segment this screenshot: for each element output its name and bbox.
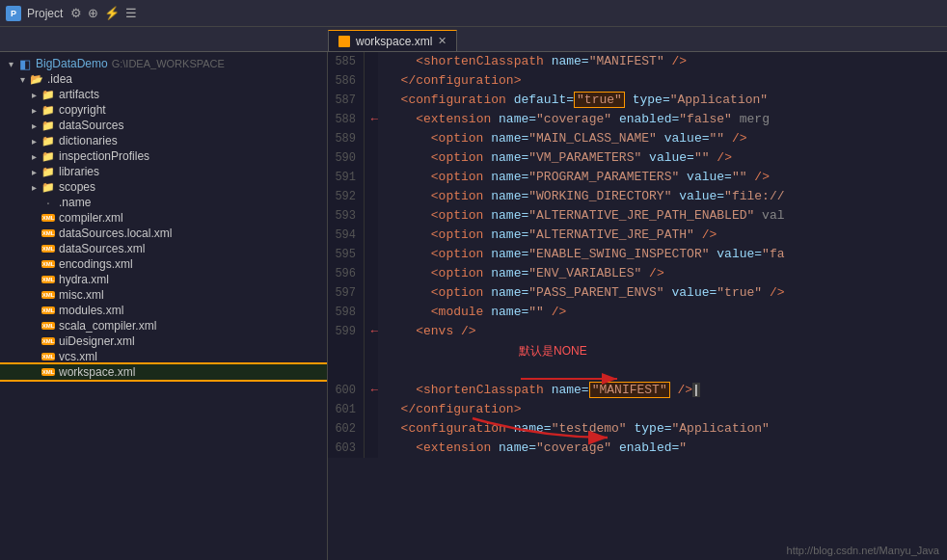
code-line-593: 593 <option name="ALTERNATIVE_JRE_PATH_E… bbox=[328, 206, 947, 226]
idea-arrow bbox=[15, 74, 29, 85]
line-num-592: 592 bbox=[328, 187, 365, 206]
tree-item-scopes[interactable]: scopes bbox=[0, 179, 327, 195]
line-num-600: 600 bbox=[328, 381, 365, 400]
root-icon: ◧ bbox=[17, 57, 33, 70]
tree-item-artifacts[interactable]: artifacts bbox=[0, 87, 327, 102]
tree-item-inspectionprofiles[interactable]: inspectionProfiles bbox=[0, 148, 327, 164]
line-gutter-588: ← bbox=[365, 110, 378, 129]
tree-item-libraries[interactable]: libraries bbox=[0, 164, 327, 179]
line-content-587: <configuration default="true" type="Appl… bbox=[378, 91, 768, 110]
dictionaries-arrow bbox=[27, 136, 41, 147]
code-line-586: 586 </configuration> bbox=[328, 71, 947, 91]
line-content-589: <option name="MAIN_CLASS_NAME" value="" … bbox=[378, 129, 747, 148]
inspectionprofiles-label: inspectionProfiles bbox=[59, 149, 149, 163]
code-line-589: 589 <option name="MAIN_CLASS_NAME" value… bbox=[328, 129, 947, 148]
code-line-594: 594 <option name="ALTERNATIVE_JRE_PATH" … bbox=[328, 226, 947, 245]
tree-item-hydra[interactable]: hydra.xml bbox=[0, 272, 327, 287]
dotname-icon: · bbox=[41, 196, 56, 209]
line-gutter-597 bbox=[365, 283, 378, 303]
tree-item-workspace[interactable]: workspace.xml bbox=[0, 364, 327, 380]
main-content: ◧ BigDataDemo G:\IDEA_WORKSPACE .idea ar… bbox=[0, 52, 947, 560]
line-num-593: 593 bbox=[328, 206, 365, 226]
tree-item-uidesigner[interactable]: uiDesigner.xml bbox=[0, 333, 327, 349]
tree-item-idea[interactable]: .idea bbox=[0, 71, 327, 87]
root-label: BigDataDemo bbox=[36, 57, 108, 70]
code-line-602: 602 <configuration name="testdemo" type=… bbox=[328, 419, 947, 439]
misc-icon bbox=[41, 288, 56, 302]
hydra-icon bbox=[41, 273, 56, 286]
line-num-601: 601 bbox=[328, 400, 365, 419]
line-num-591: 591 bbox=[328, 168, 365, 187]
compiler-xml-label: compiler.xml bbox=[59, 211, 123, 225]
code-editor[interactable]: 585 <shortenClasspath name="MANIFEST" />… bbox=[328, 52, 947, 560]
tab-workspace-xml[interactable]: workspace.xml ✕ bbox=[328, 30, 457, 51]
toolbar-icon-add[interactable]: ⊕ bbox=[88, 6, 98, 20]
line-content-599: <envs /> 默认是NONE bbox=[378, 322, 587, 381]
line-num-590: 590 bbox=[328, 148, 365, 168]
tree-item-datasources-local[interactable]: dataSources.local.xml bbox=[0, 226, 327, 241]
code-line-600: 600 ← <shortenClasspath name="MANIFEST" … bbox=[328, 381, 947, 400]
scopes-label: scopes bbox=[59, 180, 95, 194]
libraries-arrow bbox=[27, 167, 41, 177]
tab-bar: workspace.xml ✕ bbox=[0, 27, 947, 52]
line-gutter-596 bbox=[365, 264, 378, 283]
tree-item-modules[interactable]: modules.xml bbox=[0, 303, 327, 318]
scopes-arrow bbox=[27, 182, 41, 193]
code-line-590: 590 <option name="VM_PARAMETERS" value="… bbox=[328, 148, 947, 168]
tree-item-vcs[interactable]: vcs.xml bbox=[0, 349, 327, 364]
tree-item-misc[interactable]: misc.xml bbox=[0, 287, 327, 303]
line-gutter-593 bbox=[365, 206, 378, 226]
line-content-600: <shortenClasspath name="MANIFEST" />| bbox=[378, 381, 700, 400]
line-num-585: 585 bbox=[328, 52, 365, 71]
code-line-596: 596 <option name="ENV_VARIABLES" /> bbox=[328, 264, 947, 283]
project-icon: P bbox=[6, 6, 21, 21]
line-content-588: <extension name="coverage" enabled="fals… bbox=[378, 110, 770, 129]
tree-item-dictionaries[interactable]: dictionaries bbox=[0, 133, 327, 148]
line-num-602: 602 bbox=[328, 419, 365, 439]
toolbar-icon-gear[interactable]: ⚙ bbox=[70, 6, 82, 20]
line-num-587: 587 bbox=[328, 91, 365, 110]
tab-close-button[interactable]: ✕ bbox=[438, 35, 446, 47]
modules-icon bbox=[41, 304, 56, 317]
code-line-587: 587 <configuration default="true" type="… bbox=[328, 91, 947, 110]
line-num-595: 595 bbox=[328, 245, 365, 264]
tree-item-dotname[interactable]: · .name bbox=[0, 195, 327, 210]
tree-item-scala-compiler[interactable]: scala_compiler.xml bbox=[0, 318, 327, 333]
code-line-601: 601 </configuration> bbox=[328, 400, 947, 419]
tree-item-encodings[interactable]: encodings.xml bbox=[0, 256, 327, 272]
tree-item-compiler-xml[interactable]: compiler.xml bbox=[0, 210, 327, 226]
line-gutter-594 bbox=[365, 226, 378, 245]
code-line-591: 591 <option name="PROGRAM_PARAMETERS" va… bbox=[328, 168, 947, 187]
code-line-597: 597 <option name="PASS_PARENT_ENVS" valu… bbox=[328, 283, 947, 303]
tree-item-datasources-xml[interactable]: dataSources.xml bbox=[0, 241, 327, 256]
tree-item-copyright[interactable]: copyright bbox=[0, 102, 327, 118]
toolbar-icon-menu[interactable]: ☰ bbox=[125, 6, 137, 20]
scala-compiler-icon bbox=[41, 319, 56, 333]
toolbar-icon-run[interactable]: ⚡ bbox=[104, 6, 120, 20]
libraries-label: libraries bbox=[59, 165, 99, 178]
line-content-590: <option name="VM_PARAMETERS" value="" /> bbox=[378, 148, 732, 168]
line-content-602: <configuration name="testdemo" type="App… bbox=[378, 419, 770, 439]
line-gutter-595 bbox=[365, 245, 378, 264]
line-gutter-602 bbox=[365, 419, 378, 439]
inspectionprofiles-folder-icon bbox=[41, 149, 56, 163]
line-gutter-598 bbox=[365, 303, 378, 322]
tree-root[interactable]: ◧ BigDataDemo G:\IDEA_WORKSPACE bbox=[0, 56, 327, 71]
code-lines: 585 <shortenClasspath name="MANIFEST" />… bbox=[328, 52, 947, 458]
code-line-588: 588 ← <extension name="coverage" enabled… bbox=[328, 110, 947, 129]
vcs-icon bbox=[41, 350, 56, 363]
tree-item-datasources[interactable]: dataSources bbox=[0, 118, 327, 133]
sidebar: ◧ BigDataDemo G:\IDEA_WORKSPACE .idea ar… bbox=[0, 52, 328, 560]
artifacts-label: artifacts bbox=[59, 88, 99, 101]
dictionaries-label: dictionaries bbox=[59, 134, 118, 147]
line-content-595: <option name="ENABLE_SWING_INSPECTOR" va… bbox=[378, 245, 785, 264]
code-line-585: 585 <shortenClasspath name="MANIFEST" /> bbox=[328, 52, 947, 71]
line-num-598: 598 bbox=[328, 303, 365, 322]
line-content-601: </configuration> bbox=[378, 400, 521, 419]
line-content-594: <option name="ALTERNATIVE_JRE_PATH" /> bbox=[378, 226, 717, 245]
idea-label: .idea bbox=[47, 72, 72, 86]
code-line-599: 599 ← <envs /> 默认是NONE bbox=[328, 322, 947, 381]
line-num-586: 586 bbox=[328, 71, 365, 91]
tab-label: workspace.xml bbox=[356, 35, 432, 48]
line-gutter-600: ← bbox=[365, 381, 378, 400]
